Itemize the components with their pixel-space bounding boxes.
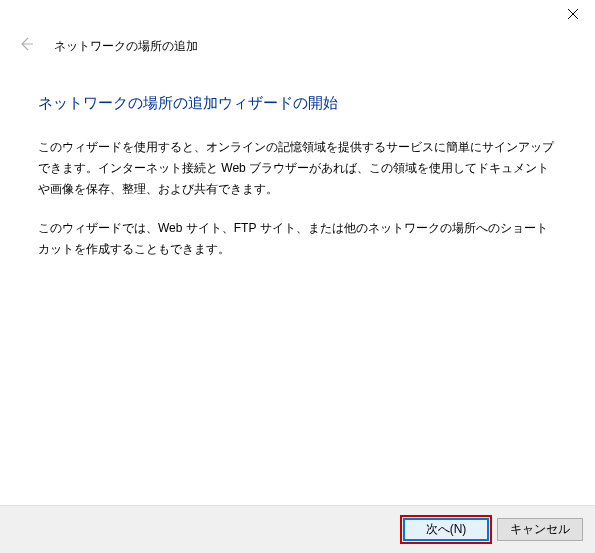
wizard-heading: ネットワークの場所の追加ウィザードの開始 bbox=[38, 94, 557, 113]
back-button[interactable] bbox=[16, 36, 36, 56]
wizard-paragraph-1: このウィザードを使用すると、オンラインの記憶領域を提供するサービスに簡単にサイン… bbox=[38, 137, 557, 200]
close-icon bbox=[568, 5, 578, 23]
cancel-button[interactable]: キャンセル bbox=[497, 518, 583, 541]
window-title: ネットワークの場所の追加 bbox=[54, 38, 198, 55]
next-button[interactable]: 次へ(N) bbox=[403, 518, 489, 541]
close-button[interactable] bbox=[550, 0, 595, 28]
back-arrow-icon bbox=[18, 36, 34, 56]
wizard-paragraph-2: このウィザードでは、Web サイト、FTP サイト、または他のネットワークの場所… bbox=[38, 218, 557, 260]
wizard-footer: 次へ(N) キャンセル bbox=[0, 505, 595, 553]
wizard-header: ネットワークの場所の追加 bbox=[0, 32, 595, 64]
titlebar bbox=[0, 0, 595, 32]
wizard-content: ネットワークの場所の追加ウィザードの開始 このウィザードを使用すると、オンライン… bbox=[0, 64, 595, 260]
